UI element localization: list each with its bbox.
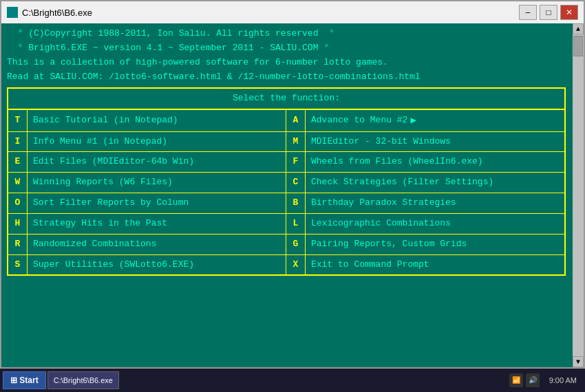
menu-label-F: Wheels from Files (WheelIn6.exe) — [306, 152, 489, 172]
menu-key-T: T — [8, 110, 28, 131]
window-app-icon — [7, 7, 18, 18]
menu-label-O: Sort Filter Reports by Column — [28, 193, 194, 213]
menu-item-B[interactable]: B Birthday Paradox Strategies — [286, 193, 564, 214]
menu-item-C[interactable]: C Check Strategies (Filter Settings) — [286, 173, 564, 193]
terminal-content: ° (C)Copyright 1988-2011, Ion Saliu. All… — [7, 28, 578, 363]
menu-item-F[interactable]: F Wheels from Files (WheelIn6.exe) — [286, 152, 564, 173]
menu-label-L: Lexicographic Combinations — [306, 214, 456, 234]
menu-key-M: M — [286, 132, 306, 152]
header-line-1: ° (C)Copyright 1988-2011, Ion Saliu. All… — [7, 28, 566, 41]
menu-key-I: I — [8, 132, 28, 152]
menu-key-X: X — [286, 255, 306, 275]
menu-label-M: MDIEditor - 32-bit Windows — [306, 132, 456, 152]
menu-key-A: A — [286, 110, 306, 131]
menu-label-X: Exit to Command Prompt — [306, 255, 435, 275]
menu-item-E[interactable]: E Edit Files (MDIEditor-64b Win) — [8, 152, 286, 173]
menu-item-I[interactable]: I Info Menu #1 (in Notepad) — [8, 132, 286, 153]
menu-item-A[interactable]: A Advance to Menu #2 ▶ — [286, 110, 564, 131]
menu-item-X[interactable]: X Exit to Command Prompt — [286, 255, 564, 275]
scrollbar-thumb[interactable] — [573, 36, 583, 56]
menu-label-S: Super Utilities (SWLotto6.EXE) — [28, 255, 200, 275]
menu-key-O: O — [8, 193, 28, 213]
menu-title: Select the function: — [8, 89, 564, 110]
menu-key-W: W — [8, 173, 28, 193]
scroll-up-arrow[interactable]: ▲ — [573, 23, 584, 34]
menu-key-F: F — [286, 152, 306, 172]
menu-label-C: Check Strategies (Filter Settings) — [306, 173, 499, 193]
menu-item-O[interactable]: O Sort Filter Reports by Column — [8, 193, 286, 214]
menu-label-W: Winning Reports (W6 Files) — [28, 173, 178, 193]
maximize-button[interactable]: □ — [540, 5, 557, 20]
menu-label-E: Edit Files (MDIEditor-64b Win) — [28, 152, 200, 172]
menu-item-W[interactable]: W Winning Reports (W6 Files) — [8, 173, 286, 193]
minimize-button[interactable]: – — [519, 5, 537, 20]
menu-item-G[interactable]: G Pairing Reports, Custom Grids — [286, 235, 564, 255]
menu-label-G: Pairing Reports, Custom Grids — [306, 235, 472, 254]
header-line-3: This is a collection of high-powered sof… — [7, 56, 566, 69]
taskbar-system-icons: 📶 🔊 — [507, 373, 542, 387]
header-line-4: Read at SALIU.COM: /lotto6-software.html… — [7, 71, 566, 84]
menu-item-R[interactable]: R Randomized Combinations — [8, 235, 286, 255]
menu-key-S: S — [8, 255, 28, 275]
taskbar-network-icon: 📶 — [509, 373, 523, 387]
menu-key-B: B — [286, 193, 306, 213]
scroll-down-arrow[interactable]: ▼ — [573, 356, 584, 367]
menu-label-R: Randomized Combinations — [28, 235, 162, 254]
menu-item-L[interactable]: L Lexicographic Combinations — [286, 214, 564, 235]
header-line-2: ° Bright6.EXE ~ version 4.1 ~ September … — [7, 42, 566, 55]
close-button[interactable]: ✕ — [560, 5, 578, 20]
menu-label-I: Info Menu #1 (in Notepad) — [28, 132, 173, 152]
menu-key-L: L — [286, 214, 306, 234]
window-titlebar: C:\Bright6\B6.exe – □ ✕ — [0, 0, 585, 23]
start-button[interactable]: ⊞ Start — [3, 371, 46, 389]
window-title: C:\Bright6\B6.exe — [22, 8, 519, 18]
menu-label-H: Strategy Hits in the Past — [28, 214, 173, 234]
advance-arrow-icon: ▶ — [410, 113, 416, 127]
taskbar-clock: 9:00 AM — [544, 376, 582, 384]
menu-key-C: C — [286, 173, 306, 193]
menu-key-H: H — [8, 214, 28, 234]
taskbar-sound-icon: 🔊 — [526, 373, 540, 387]
taskbar: ⊞ Start C:\Bright6\B6.exe 📶 🔊 9:00 AM — [0, 369, 585, 392]
menu-label-A: Advance to Menu #2 ▶ — [306, 110, 422, 131]
menu-item-T[interactable]: T Basic Tutorial (in Notepad) — [8, 110, 286, 131]
menu-key-G: G — [286, 235, 306, 254]
menu-grid: T Basic Tutorial (in Notepad) A Advance … — [8, 110, 564, 274]
menu-item-H[interactable]: H Strategy Hits in the Past — [8, 214, 286, 235]
menu-box: Select the function: T Basic Tutorial (i… — [7, 87, 566, 276]
window-controls: – □ ✕ — [519, 5, 578, 20]
scrollbar[interactable]: ▲ ▼ — [573, 23, 584, 367]
menu-label-B: Birthday Paradox Strategies — [306, 193, 462, 213]
menu-key-R: R — [8, 235, 28, 254]
menu-key-E: E — [8, 152, 28, 172]
taskbar-active-item[interactable]: C:\Bright6\B6.exe — [47, 371, 119, 389]
menu-item-M[interactable]: M MDIEditor - 32-bit Windows — [286, 132, 564, 153]
terminal-window: ▲ ▼ ° (C)Copyright 1988-2011, Ion Saliu.… — [0, 23, 585, 369]
menu-label-T: Basic Tutorial (in Notepad) — [28, 110, 184, 131]
menu-item-S[interactable]: S Super Utilities (SWLotto6.EXE) — [8, 255, 286, 275]
